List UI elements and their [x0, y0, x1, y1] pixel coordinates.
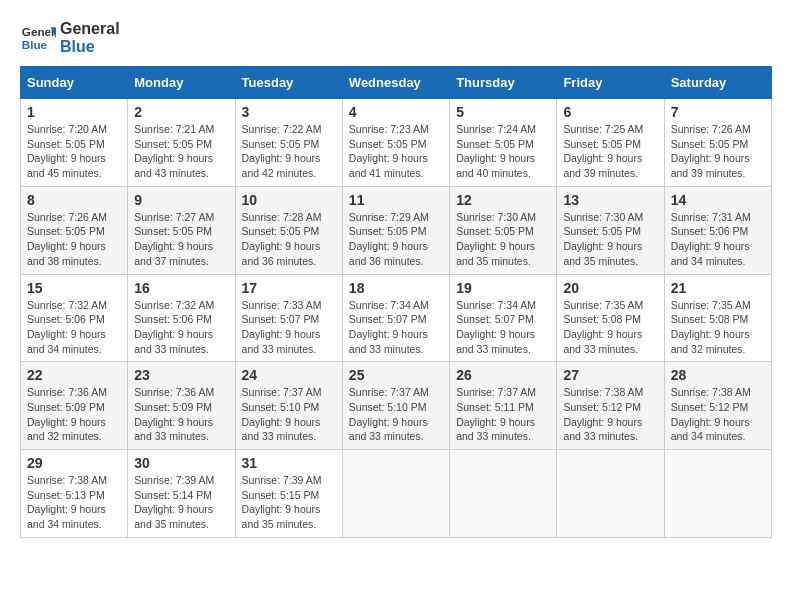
day-number: 16: [134, 280, 228, 296]
day-info: Sunrise: 7:30 AMSunset: 5:05 PMDaylight:…: [563, 210, 657, 269]
day-info: Sunrise: 7:30 AMSunset: 5:05 PMDaylight:…: [456, 210, 550, 269]
svg-text:General: General: [22, 25, 56, 38]
day-number: 11: [349, 192, 443, 208]
day-cell-25: 25Sunrise: 7:37 AMSunset: 5:10 PMDayligh…: [342, 362, 449, 450]
weekday-header-tuesday: Tuesday: [235, 67, 342, 99]
day-cell-3: 3Sunrise: 7:22 AMSunset: 5:05 PMDaylight…: [235, 99, 342, 187]
day-cell-16: 16Sunrise: 7:32 AMSunset: 5:06 PMDayligh…: [128, 274, 235, 362]
empty-cell: [557, 450, 664, 538]
week-row-2: 8Sunrise: 7:26 AMSunset: 5:05 PMDaylight…: [21, 186, 772, 274]
day-info: Sunrise: 7:37 AMSunset: 5:10 PMDaylight:…: [242, 385, 336, 444]
week-row-1: 1Sunrise: 7:20 AMSunset: 5:05 PMDaylight…: [21, 99, 772, 187]
day-cell-29: 29Sunrise: 7:38 AMSunset: 5:13 PMDayligh…: [21, 450, 128, 538]
day-cell-15: 15Sunrise: 7:32 AMSunset: 5:06 PMDayligh…: [21, 274, 128, 362]
day-cell-12: 12Sunrise: 7:30 AMSunset: 5:05 PMDayligh…: [450, 186, 557, 274]
weekday-header-thursday: Thursday: [450, 67, 557, 99]
day-number: 22: [27, 367, 121, 383]
day-cell-28: 28Sunrise: 7:38 AMSunset: 5:12 PMDayligh…: [664, 362, 771, 450]
day-info: Sunrise: 7:39 AMSunset: 5:14 PMDaylight:…: [134, 473, 228, 532]
day-cell-7: 7Sunrise: 7:26 AMSunset: 5:05 PMDaylight…: [664, 99, 771, 187]
day-cell-19: 19Sunrise: 7:34 AMSunset: 5:07 PMDayligh…: [450, 274, 557, 362]
empty-cell: [342, 450, 449, 538]
day-info: Sunrise: 7:32 AMSunset: 5:06 PMDaylight:…: [27, 298, 121, 357]
day-number: 4: [349, 104, 443, 120]
day-number: 30: [134, 455, 228, 471]
day-number: 2: [134, 104, 228, 120]
day-number: 18: [349, 280, 443, 296]
empty-cell: [664, 450, 771, 538]
day-info: Sunrise: 7:34 AMSunset: 5:07 PMDaylight:…: [456, 298, 550, 357]
day-info: Sunrise: 7:38 AMSunset: 5:12 PMDaylight:…: [563, 385, 657, 444]
day-cell-10: 10Sunrise: 7:28 AMSunset: 5:05 PMDayligh…: [235, 186, 342, 274]
day-info: Sunrise: 7:23 AMSunset: 5:05 PMDaylight:…: [349, 122, 443, 181]
day-cell-9: 9Sunrise: 7:27 AMSunset: 5:05 PMDaylight…: [128, 186, 235, 274]
day-number: 27: [563, 367, 657, 383]
day-info: Sunrise: 7:26 AMSunset: 5:05 PMDaylight:…: [27, 210, 121, 269]
day-number: 28: [671, 367, 765, 383]
day-cell-21: 21Sunrise: 7:35 AMSunset: 5:08 PMDayligh…: [664, 274, 771, 362]
weekday-header-friday: Friday: [557, 67, 664, 99]
empty-cell: [450, 450, 557, 538]
day-cell-30: 30Sunrise: 7:39 AMSunset: 5:14 PMDayligh…: [128, 450, 235, 538]
day-number: 15: [27, 280, 121, 296]
day-cell-27: 27Sunrise: 7:38 AMSunset: 5:12 PMDayligh…: [557, 362, 664, 450]
day-info: Sunrise: 7:25 AMSunset: 5:05 PMDaylight:…: [563, 122, 657, 181]
day-cell-18: 18Sunrise: 7:34 AMSunset: 5:07 PMDayligh…: [342, 274, 449, 362]
day-cell-5: 5Sunrise: 7:24 AMSunset: 5:05 PMDaylight…: [450, 99, 557, 187]
day-cell-26: 26Sunrise: 7:37 AMSunset: 5:11 PMDayligh…: [450, 362, 557, 450]
day-info: Sunrise: 7:38 AMSunset: 5:13 PMDaylight:…: [27, 473, 121, 532]
day-cell-4: 4Sunrise: 7:23 AMSunset: 5:05 PMDaylight…: [342, 99, 449, 187]
weekday-header-saturday: Saturday: [664, 67, 771, 99]
day-number: 13: [563, 192, 657, 208]
day-number: 19: [456, 280, 550, 296]
day-info: Sunrise: 7:22 AMSunset: 5:05 PMDaylight:…: [242, 122, 336, 181]
day-number: 7: [671, 104, 765, 120]
day-number: 26: [456, 367, 550, 383]
day-info: Sunrise: 7:20 AMSunset: 5:05 PMDaylight:…: [27, 122, 121, 181]
day-number: 5: [456, 104, 550, 120]
day-info: Sunrise: 7:37 AMSunset: 5:11 PMDaylight:…: [456, 385, 550, 444]
weekday-header-row: SundayMondayTuesdayWednesdayThursdayFrid…: [21, 67, 772, 99]
day-number: 31: [242, 455, 336, 471]
day-info: Sunrise: 7:28 AMSunset: 5:05 PMDaylight:…: [242, 210, 336, 269]
logo: General Blue General Blue: [20, 20, 120, 56]
day-info: Sunrise: 7:33 AMSunset: 5:07 PMDaylight:…: [242, 298, 336, 357]
day-cell-31: 31Sunrise: 7:39 AMSunset: 5:15 PMDayligh…: [235, 450, 342, 538]
week-row-5: 29Sunrise: 7:38 AMSunset: 5:13 PMDayligh…: [21, 450, 772, 538]
day-number: 14: [671, 192, 765, 208]
day-info: Sunrise: 7:36 AMSunset: 5:09 PMDaylight:…: [27, 385, 121, 444]
logo-text-general: General: [60, 20, 120, 38]
weekday-header-monday: Monday: [128, 67, 235, 99]
day-number: 3: [242, 104, 336, 120]
day-number: 8: [27, 192, 121, 208]
day-cell-6: 6Sunrise: 7:25 AMSunset: 5:05 PMDaylight…: [557, 99, 664, 187]
header: General Blue General Blue: [20, 20, 772, 56]
logo-text-blue: Blue: [60, 38, 120, 56]
day-cell-22: 22Sunrise: 7:36 AMSunset: 5:09 PMDayligh…: [21, 362, 128, 450]
day-info: Sunrise: 7:31 AMSunset: 5:06 PMDaylight:…: [671, 210, 765, 269]
day-number: 29: [27, 455, 121, 471]
day-number: 23: [134, 367, 228, 383]
day-info: Sunrise: 7:34 AMSunset: 5:07 PMDaylight:…: [349, 298, 443, 357]
day-info: Sunrise: 7:38 AMSunset: 5:12 PMDaylight:…: [671, 385, 765, 444]
logo-icon: General Blue: [20, 20, 56, 56]
day-cell-23: 23Sunrise: 7:36 AMSunset: 5:09 PMDayligh…: [128, 362, 235, 450]
day-cell-17: 17Sunrise: 7:33 AMSunset: 5:07 PMDayligh…: [235, 274, 342, 362]
day-number: 20: [563, 280, 657, 296]
day-cell-14: 14Sunrise: 7:31 AMSunset: 5:06 PMDayligh…: [664, 186, 771, 274]
day-number: 21: [671, 280, 765, 296]
weekday-header-wednesday: Wednesday: [342, 67, 449, 99]
day-number: 25: [349, 367, 443, 383]
day-info: Sunrise: 7:24 AMSunset: 5:05 PMDaylight:…: [456, 122, 550, 181]
day-info: Sunrise: 7:29 AMSunset: 5:05 PMDaylight:…: [349, 210, 443, 269]
day-info: Sunrise: 7:37 AMSunset: 5:10 PMDaylight:…: [349, 385, 443, 444]
day-number: 10: [242, 192, 336, 208]
day-info: Sunrise: 7:35 AMSunset: 5:08 PMDaylight:…: [563, 298, 657, 357]
day-cell-8: 8Sunrise: 7:26 AMSunset: 5:05 PMDaylight…: [21, 186, 128, 274]
day-number: 24: [242, 367, 336, 383]
day-number: 1: [27, 104, 121, 120]
day-info: Sunrise: 7:32 AMSunset: 5:06 PMDaylight:…: [134, 298, 228, 357]
day-cell-13: 13Sunrise: 7:30 AMSunset: 5:05 PMDayligh…: [557, 186, 664, 274]
day-cell-20: 20Sunrise: 7:35 AMSunset: 5:08 PMDayligh…: [557, 274, 664, 362]
svg-text:Blue: Blue: [22, 38, 48, 51]
